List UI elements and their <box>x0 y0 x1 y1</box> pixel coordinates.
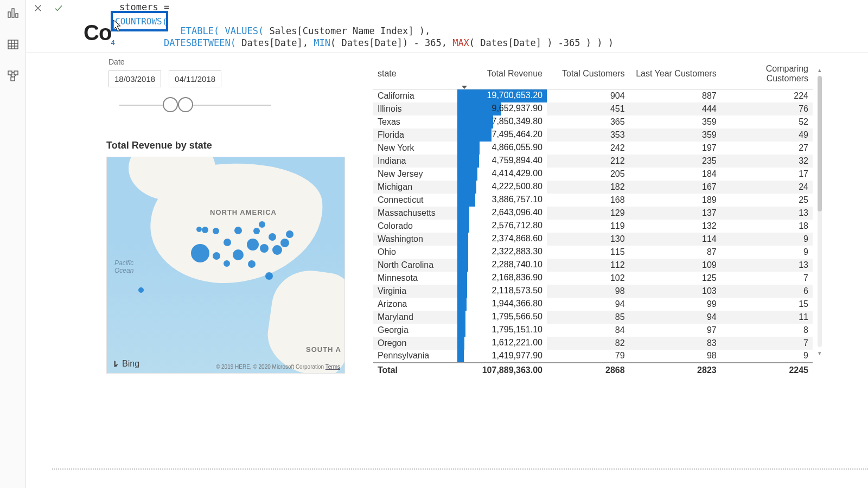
map-bubble[interactable] <box>286 230 293 238</box>
cell-customers: 130 <box>547 233 629 246</box>
cell-customers: 102 <box>547 272 629 285</box>
map-bubble[interactable] <box>213 252 220 260</box>
total-revenue: 107,889,363.00 <box>457 363 547 376</box>
cell-comparing: 7 <box>721 272 813 285</box>
map-bubble[interactable] <box>138 287 144 293</box>
table-row[interactable]: Florida7,495,464.2035335949 <box>373 129 813 142</box>
data-table-visual[interactable]: state Total Revenue Total Customers Last… <box>373 63 813 367</box>
map-bubble[interactable] <box>247 239 259 251</box>
cell-last-year: 359 <box>629 129 721 142</box>
scroll-thumb[interactable] <box>818 76 822 211</box>
cell-state: Florida <box>373 129 457 142</box>
svg-rect-3 <box>8 40 18 49</box>
map-bubble[interactable] <box>224 239 231 246</box>
table-row[interactable]: Maryland1,795,566.50859411 <box>373 311 813 324</box>
table-row[interactable]: Oregon1,612,221.0082837 <box>373 337 813 350</box>
map-bubble[interactable] <box>272 245 282 255</box>
cell-comparing: 6 <box>721 285 813 298</box>
dax-editor[interactable]: stomers = ETABLE( VALUES( Sales[Customer… <box>107 1 863 49</box>
formula-cancel-button[interactable] <box>28 0 48 16</box>
cell-comparing: 18 <box>721 220 813 233</box>
map-bubble[interactable] <box>259 221 265 228</box>
table-row[interactable]: Connecticut3,886,757.1016818925 <box>373 194 813 207</box>
bar-chart-icon <box>7 7 20 20</box>
cell-customers: 84 <box>547 324 629 337</box>
cell-comparing: 25 <box>721 194 813 207</box>
col-last-year-customers[interactable]: Last Year Customers <box>629 63 721 89</box>
map-bubble[interactable] <box>260 244 269 253</box>
cell-revenue: 3,886,757.10 <box>457 194 547 207</box>
map-bubble[interactable] <box>265 272 273 280</box>
formula-bar: Co stomers = ETABLE( VALUES( Sales[Custo… <box>26 0 868 53</box>
table-row[interactable]: New Jersey4,414,429.0020518417 <box>373 168 813 181</box>
table-row[interactable]: Colorado2,576,712.8011913218 <box>373 220 813 233</box>
table-row[interactable]: Indiana4,759,894.4021223532 <box>373 155 813 168</box>
cell-customers: 242 <box>547 142 629 155</box>
map-bubble[interactable] <box>233 249 244 260</box>
map-bubble[interactable] <box>191 244 209 262</box>
table-row[interactable]: Virginia2,118,573.50981036 <box>373 285 813 298</box>
map-bubble[interactable] <box>280 239 289 247</box>
map-bubble[interactable] <box>196 227 202 232</box>
table-row[interactable]: Massachusetts2,643,096.4012913713 <box>373 207 813 220</box>
cell-comparing: 224 <box>721 89 813 102</box>
cell-last-year: 114 <box>629 233 721 246</box>
view-rail <box>0 0 26 488</box>
formula-commit-button[interactable] <box>49 0 68 16</box>
table-row[interactable]: New York4,866,055.9024219727 <box>373 142 813 155</box>
table-row[interactable]: Texas7,850,349.8036535952 <box>373 115 813 129</box>
table-row[interactable]: Illinois9,652,937.9045144476 <box>373 102 813 115</box>
total-label: Total <box>373 363 457 376</box>
code-text: ETABLE( <box>181 25 220 36</box>
slicer-end-date[interactable]: 04/11/2018 <box>169 70 221 87</box>
table-row[interactable]: Pennsylvania1,419,977.9079989 <box>373 350 813 363</box>
map-bubble[interactable] <box>269 233 276 241</box>
slider-handle-start[interactable] <box>163 97 178 112</box>
total-comparing: 2245 <box>721 363 813 376</box>
table-row[interactable]: Arizona1,944,366.80949915 <box>373 298 813 311</box>
table-header-row: state Total Revenue Total Customers Last… <box>373 63 813 89</box>
slider-handle-end[interactable] <box>178 97 193 112</box>
scroll-up-icon[interactable]: ▴ <box>816 66 824 74</box>
cell-comparing: 7 <box>721 337 813 350</box>
table-row[interactable]: Ohio2,322,883.30115879 <box>373 246 813 259</box>
date-slicer[interactable]: Date 18/03/2018 04/11/2018 <box>108 57 282 113</box>
model-view-button[interactable] <box>2 65 24 87</box>
slicer-range[interactable] <box>108 97 282 113</box>
cell-customers: 82 <box>547 337 629 350</box>
table-row[interactable]: Minnesota2,168,836.901021257 <box>373 272 813 285</box>
bing-attribution: Bing <box>112 359 139 369</box>
col-total-customers[interactable]: Total Customers <box>547 63 629 89</box>
slicer-label: Date <box>108 57 282 66</box>
map-bubble[interactable] <box>253 228 260 234</box>
table-row[interactable]: Washington2,374,868.601301149 <box>373 233 813 246</box>
table-row[interactable]: Michigan4,222,500.8018216724 <box>373 181 813 194</box>
table-scrollbar[interactable]: ▴ ▾ <box>816 66 824 359</box>
cell-revenue: 4,759,894.40 <box>457 155 547 168</box>
map-visual[interactable]: Total Revenue by state NORTH AMERICA SOU… <box>106 140 345 374</box>
cell-customers: 85 <box>547 311 629 324</box>
map-bubble[interactable] <box>248 260 256 268</box>
table-row[interactable]: Georgia1,795,151.1084978 <box>373 324 813 337</box>
map-terms-link[interactable]: Terms <box>326 364 340 370</box>
col-state[interactable]: state <box>373 63 457 89</box>
table-row[interactable]: California19,700,653.20904887224 <box>373 89 813 102</box>
table-row[interactable]: North Carolina2,288,740.1011210913 <box>373 259 813 272</box>
col-comparing-customers[interactable]: Comparing Customers <box>721 63 813 89</box>
cell-revenue: 9,652,937.90 <box>457 102 547 115</box>
map-canvas[interactable]: NORTH AMERICA SOUTH A PacificOcean <box>106 157 345 374</box>
cell-revenue: 7,495,464.20 <box>457 129 547 142</box>
cell-state: Pennsylvania <box>373 350 457 363</box>
map-bubble[interactable] <box>224 260 230 267</box>
cell-state: Virginia <box>373 285 457 298</box>
map-bubble[interactable] <box>202 227 208 233</box>
scroll-down-icon[interactable]: ▾ <box>816 349 824 357</box>
cell-state: Massachusetts <box>373 207 457 220</box>
slicer-start-date[interactable]: 18/03/2018 <box>108 70 161 87</box>
map-bubble[interactable] <box>213 228 219 234</box>
report-view-button[interactable] <box>2 2 24 24</box>
col-total-revenue[interactable]: Total Revenue <box>457 63 547 89</box>
data-view-button[interactable] <box>2 34 24 55</box>
cell-state: Colorado <box>373 220 457 233</box>
map-bubble[interactable] <box>234 227 242 234</box>
